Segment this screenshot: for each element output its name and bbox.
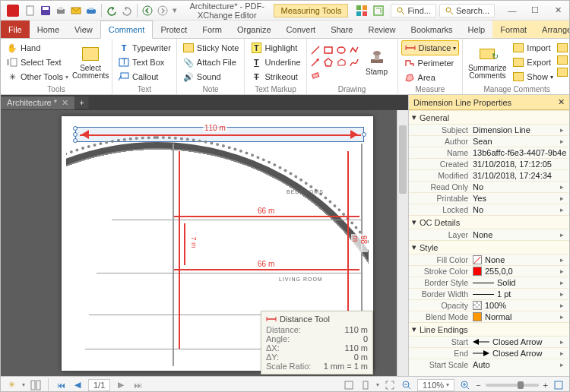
prop-fillcolor[interactable]: Fill ColorNone▸ — [409, 254, 569, 265]
print-icon[interactable] — [54, 4, 68, 17]
callout-tool[interactable]: Callout — [116, 70, 173, 84]
textbox-tool[interactable]: TText Box — [116, 55, 173, 69]
tab-organize[interactable]: Organize — [230, 21, 279, 38]
options-icon[interactable]: ✳ — [5, 379, 17, 391]
next-page-icon[interactable]: ▶ — [115, 379, 127, 391]
polyline-tool[interactable] — [349, 45, 359, 55]
tab-review[interactable]: Review — [360, 21, 403, 38]
find-button[interactable]: Find... — [391, 4, 436, 17]
zoom-minus[interactable]: − — [476, 381, 480, 390]
layout-single-icon[interactable] — [359, 379, 372, 391]
ui-options-icon[interactable] — [354, 3, 369, 18]
tab-file[interactable]: File — [1, 21, 30, 38]
prop-locked[interactable]: LockedNo▸ — [409, 204, 569, 215]
cloud-tool[interactable] — [336, 57, 347, 68]
zoom-in-icon[interactable] — [459, 379, 471, 391]
other-tools[interactable]: ✳Other Tools▾ — [4, 70, 71, 84]
zoom-slider[interactable] — [486, 384, 539, 387]
perimeter-tool[interactable]: Perimeter — [401, 56, 460, 70]
prop-subject[interactable]: SubjectDimension Line▸ — [409, 124, 569, 135]
close-panel-icon[interactable]: ✕ — [558, 97, 565, 107]
prop-end[interactable]: EndClosed Arrow▸ — [409, 347, 569, 359]
redo-icon[interactable] — [120, 4, 134, 17]
prop-startscale[interactable]: Start ScaleAuto▸ — [409, 359, 569, 370]
new-icon[interactable] — [24, 4, 37, 17]
prop-readonly[interactable]: Read OnlyNo▸ — [409, 181, 569, 192]
tab-share[interactable]: Share — [323, 21, 360, 38]
save-icon[interactable] — [39, 4, 52, 17]
oval-tool[interactable] — [336, 45, 347, 55]
tab-convert[interactable]: Convert — [279, 21, 324, 38]
email-icon[interactable] — [69, 4, 83, 17]
section-general[interactable]: ▾General — [409, 110, 569, 124]
tab-arrange[interactable]: Arrange — [534, 21, 570, 38]
import-comments[interactable]: Import — [510, 41, 556, 55]
document-tab[interactable]: Architecture *✕ — [1, 96, 75, 109]
prev-page-icon[interactable]: ◀ — [71, 379, 84, 391]
tab-format[interactable]: Format — [492, 21, 534, 38]
comment-style-icon[interactable] — [557, 43, 568, 52]
tab-comment[interactable]: Comment — [100, 21, 154, 39]
prop-author[interactable]: AuthorSean▸ — [409, 135, 569, 147]
prop-strokecolor[interactable]: Stroke Color255,0,0▸ — [409, 265, 569, 277]
section-oc[interactable]: ▾OC Details — [409, 215, 569, 229]
close-button[interactable]: ✕ — [546, 2, 569, 20]
sticky-note-tool[interactable]: Sticky Note — [180, 41, 242, 55]
prop-layer[interactable]: LayerNone▸ — [409, 229, 569, 240]
line-tool[interactable] — [310, 45, 321, 55]
sound-tool[interactable]: 🔊Sound — [180, 70, 242, 84]
layout-icon[interactable] — [30, 379, 42, 391]
prop-blendmode[interactable]: Blend ModeNormal▸ — [409, 311, 569, 322]
add-tab[interactable]: + — [75, 96, 89, 109]
prop-name[interactable]: Name13b6affc-f6e3-4407-9b4e1c8f1... — [409, 147, 569, 158]
underline-tool[interactable]: TUnderline — [248, 55, 302, 69]
maximize-button[interactable]: ☐ — [524, 2, 546, 20]
zoom-out-icon[interactable] — [401, 379, 413, 391]
export-comments[interactable]: Export — [510, 55, 556, 69]
arrow-tool[interactable] — [310, 57, 321, 68]
prop-start[interactable]: StartClosed Arrow▸ — [409, 336, 569, 347]
polygon-tool[interactable] — [323, 57, 334, 68]
fit-icon[interactable] — [384, 379, 396, 391]
page-input[interactable]: 1/1 — [88, 379, 110, 391]
pencil-tool[interactable] — [349, 57, 359, 68]
forward-icon[interactable] — [156, 4, 169, 17]
tab-form[interactable]: Form — [195, 21, 230, 38]
prop-borderwidth[interactable]: Border Width1 pt▸ — [409, 288, 569, 299]
vertical-scrollbar[interactable] — [397, 110, 408, 376]
select-text-tool[interactable]: ISelect Text — [4, 55, 71, 69]
launch-icon[interactable] — [371, 3, 386, 18]
undo-icon[interactable] — [105, 4, 119, 17]
back-icon[interactable] — [141, 4, 154, 17]
distance-tool[interactable]: Distance▾ — [401, 40, 460, 55]
qat-dropdown-icon[interactable]: ▾ — [173, 5, 177, 15]
area-tool[interactable]: Area — [401, 71, 460, 84]
tab-help[interactable]: Help — [461, 21, 493, 38]
minimize-button[interactable]: — — [501, 2, 524, 20]
strikeout-tool[interactable]: TStrikeout — [248, 70, 302, 84]
prop-borderstyle[interactable]: Border StyleSolid▸ — [409, 277, 569, 288]
tab-protect[interactable]: Protect — [153, 21, 195, 38]
section-lineendings[interactable]: ▾Line Endings — [409, 322, 569, 336]
show-comments[interactable]: Show▾ — [510, 70, 556, 84]
section-style[interactable]: ▾Style — [409, 240, 569, 254]
first-page-icon[interactable]: ⏮ — [55, 379, 67, 391]
typewriter-tool[interactable]: TTypewriter — [116, 41, 173, 55]
prop-opacity[interactable]: Opacity100%▸ — [409, 299, 569, 311]
search-button[interactable]: Search... — [439, 4, 495, 17]
comment-style-icon[interactable] — [557, 68, 568, 77]
tab-bookmarks[interactable]: Bookmarks — [404, 21, 461, 38]
summarize-comments[interactable]: ↻ Summarize Comments — [466, 40, 508, 84]
stamp-tool[interactable]: Stamp — [361, 40, 393, 84]
scan-icon[interactable] — [84, 4, 98, 17]
zoom-input[interactable]: 110%▾ — [417, 379, 454, 391]
hand-tool[interactable]: ✋Hand — [4, 41, 71, 55]
prop-printable[interactable]: PrintableYes▸ — [409, 192, 569, 204]
layout-continuous-icon[interactable] — [343, 379, 355, 391]
fullscreen-icon[interactable] — [553, 379, 565, 391]
highlight-tool[interactable]: THighlight — [248, 41, 302, 55]
tab-view[interactable]: View — [67, 21, 100, 38]
zoom-plus[interactable]: + — [543, 381, 548, 390]
tab-home[interactable]: Home — [30, 21, 67, 38]
last-page-icon[interactable]: ⏭ — [131, 379, 144, 391]
